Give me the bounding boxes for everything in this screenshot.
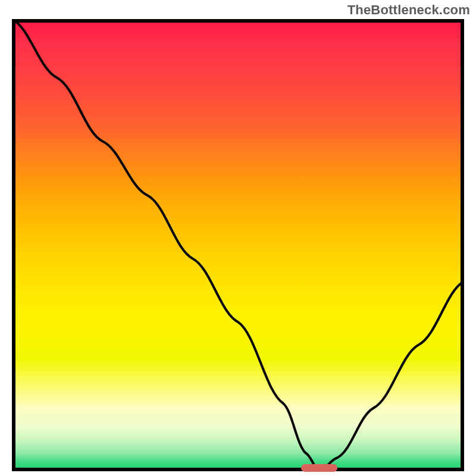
- watermark-text: TheBottleneck.com: [347, 2, 470, 18]
- curve-path: [12, 19, 464, 471]
- chart-container: TheBottleneck.com: [0, 0, 476, 476]
- minimum-highlight-bar: [301, 464, 337, 472]
- bottleneck-curve: [12, 19, 464, 471]
